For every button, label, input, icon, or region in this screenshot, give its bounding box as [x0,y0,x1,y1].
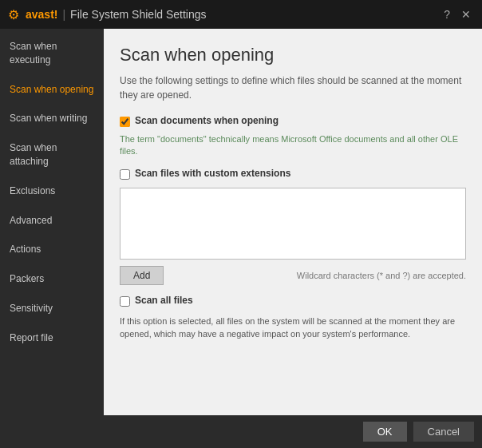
scan-custom-extensions-label[interactable]: Scan files with custom extensions [135,168,290,179]
wildcard-hint: Wildcard characters (* and ?) are accept… [164,271,466,280]
scan-all-files-label[interactable]: Scan all files [135,295,193,306]
scan-documents-label[interactable]: Scan documents when opening [135,115,279,126]
sidebar-item-scan-attaching[interactable]: Scan when attaching [0,133,104,176]
scan-all-files-checkbox[interactable] [120,296,130,307]
main-content: Scan when executing Scan when opening Sc… [0,29,482,415]
sidebar-item-actions[interactable]: Actions [0,235,104,264]
sidebar-item-packers[interactable]: Packers [0,264,104,294]
panel-description: Use the following settings to define whi… [120,73,466,102]
title-divider: | [62,8,65,21]
scan-documents-subtext: The term "documents" technically means M… [120,133,466,158]
window-controls: ? ✕ [441,8,474,21]
sidebar-item-scan-writing[interactable]: Scan when writing [0,104,104,133]
extensions-textbox[interactable] [120,188,466,260]
dialog-footer: OK Cancel [0,415,482,448]
sidebar-item-exclusions[interactable]: Exclusions [0,176,104,206]
scan-all-files-option: Scan all files [120,295,466,307]
scan-custom-extensions-checkbox[interactable] [120,169,130,180]
scan-documents-option: Scan documents when opening [120,115,466,127]
ok-button[interactable]: OK [363,422,407,442]
dialog-title: File System Shield Settings [70,8,441,21]
help-button[interactable]: ? [441,8,453,21]
sidebar: Scan when executing Scan when opening Sc… [0,29,104,415]
sidebar-item-advanced[interactable]: Advanced [0,206,104,236]
scan-all-files-description: If this option is selected, all files on… [120,315,466,341]
sidebar-item-sensitivity[interactable]: Sensitivity [0,294,104,323]
scan-custom-extensions-option: Scan files with custom extensions [120,168,466,180]
add-button[interactable]: Add [120,266,164,285]
title-bar: ⚙ avast! | File System Shield Settings ?… [0,0,482,29]
sidebar-item-scan-opening[interactable]: Scan when opening [0,75,104,105]
close-button[interactable]: ✕ [458,8,474,21]
content-panel: Scan when opening Use the following sett… [104,29,482,415]
brand-name: avast! [26,8,57,21]
sidebar-item-scan-executing[interactable]: Scan when executing [0,32,104,75]
cancel-button[interactable]: Cancel [413,422,474,442]
dialog-window: ⚙ avast! | File System Shield Settings ?… [0,0,482,448]
panel-title: Scan when opening [120,45,466,65]
add-row: Add Wildcard characters (* and ?) are ac… [120,266,466,285]
avast-logo-icon: ⚙ [8,7,19,22]
scan-documents-checkbox[interactable] [120,117,130,127]
sidebar-item-report-file[interactable]: Report file [0,323,104,353]
